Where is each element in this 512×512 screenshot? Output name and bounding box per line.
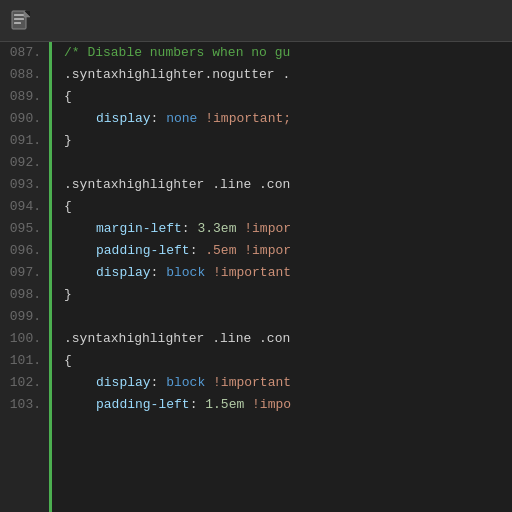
token-colon: : — [190, 397, 206, 412]
token-colon: : — [182, 221, 198, 236]
code-line: padding-left: .5em !impor — [64, 240, 512, 262]
code-line: display: block !important — [64, 262, 512, 284]
token-prop: display — [96, 265, 151, 280]
token-value: 3.3em — [197, 221, 236, 236]
line-number: 095. — [0, 218, 49, 240]
code-line: /* Disable numbers when no gu — [64, 42, 512, 64]
code-line: display: none !important; — [64, 108, 512, 130]
line-number: 094. — [0, 196, 49, 218]
token-colon: : — [151, 111, 167, 126]
file-icon — [10, 10, 32, 32]
token-brace: { — [64, 353, 72, 368]
code-content[interactable]: /* Disable numbers when no gu.syntaxhigh… — [52, 42, 512, 512]
line-number: 088. — [0, 64, 49, 86]
token-important: !important — [205, 375, 291, 390]
token-colon: : — [190, 243, 206, 258]
token-prop: margin-left — [96, 221, 182, 236]
line-number: 091. — [0, 130, 49, 152]
code-line: .syntaxhighlighter.nogutter . — [64, 64, 512, 86]
token-value: block — [166, 375, 205, 390]
code-line: margin-left: 3.3em !impor — [64, 218, 512, 240]
line-number: 100. — [0, 328, 49, 350]
token-important: !important — [205, 265, 291, 280]
line-number: 090. — [0, 108, 49, 130]
token-value: .5em — [205, 243, 236, 258]
code-line: { — [64, 196, 512, 218]
svg-rect-3 — [14, 22, 21, 24]
code-line: display: block !important — [64, 372, 512, 394]
line-number: 102. — [0, 372, 49, 394]
title-bar — [0, 0, 512, 42]
token-selector: .syntaxhighlighter.nogutter . — [64, 67, 290, 82]
code-line: .syntaxhighlighter .line .con — [64, 328, 512, 350]
line-number: 093. — [0, 174, 49, 196]
token-colon: : — [151, 265, 167, 280]
code-line: .syntaxhighlighter .line .con — [64, 174, 512, 196]
token-brace: } — [64, 133, 72, 148]
token-brace: { — [64, 199, 72, 214]
code-line: } — [64, 284, 512, 306]
token-brace: { — [64, 89, 72, 104]
token-value: 1.5em — [205, 397, 244, 412]
editor-area: 087.088.089.090.091.092.093.094.095.096.… — [0, 42, 512, 512]
line-numbers: 087.088.089.090.091.092.093.094.095.096.… — [0, 42, 52, 512]
line-number: 089. — [0, 86, 49, 108]
token-selector: .syntaxhighlighter .line .con — [64, 331, 290, 346]
code-line: { — [64, 350, 512, 372]
token-prop: padding-left — [96, 397, 190, 412]
line-number: 096. — [0, 240, 49, 262]
token-important: !impo — [244, 397, 291, 412]
line-number: 092. — [0, 152, 49, 174]
code-line: padding-left: 1.5em !impo — [64, 394, 512, 416]
svg-rect-2 — [14, 18, 24, 20]
token-prop: display — [96, 375, 151, 390]
token-important: !important; — [197, 111, 291, 126]
code-line — [64, 306, 512, 328]
token-colon: : — [151, 375, 167, 390]
token-value: none — [166, 111, 197, 126]
token-value: block — [166, 265, 205, 280]
token-important: !impor — [236, 243, 291, 258]
line-number: 087. — [0, 42, 49, 64]
line-number: 099. — [0, 306, 49, 328]
line-number: 097. — [0, 262, 49, 284]
line-number: 103. — [0, 394, 49, 416]
code-line: { — [64, 86, 512, 108]
token-selector: .syntaxhighlighter .line .con — [64, 177, 290, 192]
token-prop: padding-left — [96, 243, 190, 258]
svg-rect-1 — [14, 14, 24, 16]
token-important: !impor — [236, 221, 291, 236]
code-line — [64, 152, 512, 174]
token-brace: } — [64, 287, 72, 302]
line-number: 101. — [0, 350, 49, 372]
line-number: 098. — [0, 284, 49, 306]
code-line: } — [64, 130, 512, 152]
token-prop: display — [96, 111, 151, 126]
token-comment: /* Disable numbers when no gu — [64, 45, 290, 60]
